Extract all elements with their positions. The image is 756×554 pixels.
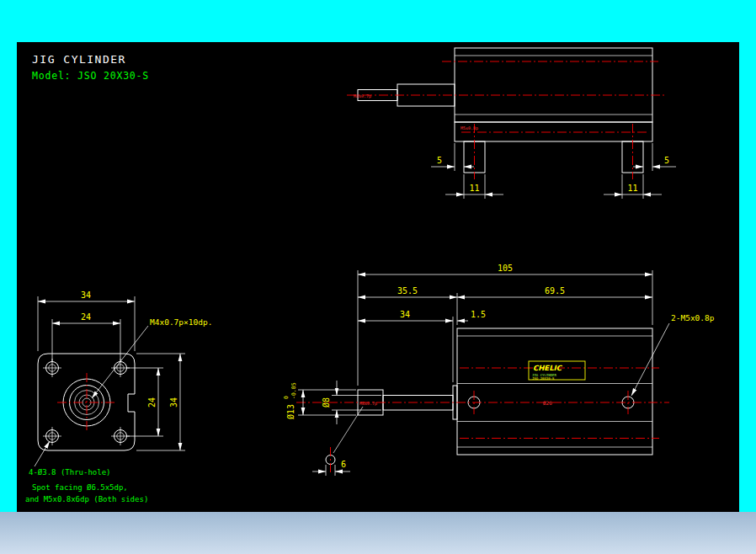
dim-rod-diameter: Ø8 bbox=[322, 397, 331, 408]
tap-callout: M4x0.7p×10dp. bbox=[150, 317, 212, 327]
dim-foot-width-right: 11 bbox=[627, 184, 637, 193]
dim-foot-offset-right: 5 bbox=[664, 156, 669, 165]
dim-front-length: 35.5 bbox=[397, 286, 418, 296]
dim-body-width: 34 bbox=[81, 290, 91, 300]
rod-thread-label-side: M8x0.7p bbox=[359, 401, 377, 407]
mount-tap-callout: 2-M5x0.8p bbox=[671, 313, 715, 322]
dim-foot-offset-left: 5 bbox=[437, 156, 442, 165]
cad-viewer-window: JIG CYLINDER Model: JSO 20X30-S M8x0.7p … bbox=[0, 0, 756, 554]
note-line-1: Spot facing Ø6.5x5dp, bbox=[32, 483, 128, 492]
svg-text:Ø13: Ø13 bbox=[286, 404, 295, 419]
tolerance-upper: 0 bbox=[283, 396, 290, 399]
dim-body-height: 34 bbox=[169, 397, 178, 408]
page-title: JIG CYLINDER bbox=[32, 53, 126, 66]
dim-foot-width-left: 11 bbox=[469, 184, 479, 193]
model-label: Model: JSO 20X30-S bbox=[32, 70, 149, 82]
bottom-panel bbox=[0, 512, 756, 554]
bore-label: Ø20 bbox=[543, 400, 552, 406]
drawing-canvas[interactable] bbox=[17, 42, 739, 512]
dim-rod-length: 34 bbox=[400, 310, 410, 319]
dim-overall-length: 105 bbox=[498, 264, 513, 273]
dim-hole-spacing-v: 24 bbox=[147, 397, 157, 408]
dim-body-length: 69.5 bbox=[545, 286, 565, 296]
flange-tap-label: M5x0.8p bbox=[461, 125, 478, 131]
dim-plate-thickness: 1.5 bbox=[471, 310, 486, 319]
note-line-2: and M5x0.8x6dp (Both sides) bbox=[25, 495, 148, 503]
nameplate-line3: JSO 20X30-S bbox=[532, 376, 555, 381]
rod-thread-label: M8x0.7p bbox=[354, 93, 371, 99]
thru-hole-callout: 4-Ø3.8 (Thru-hole) bbox=[29, 468, 111, 477]
nameplate-brand: CHELIC bbox=[533, 364, 563, 372]
dim-detail-width: 6 bbox=[341, 460, 346, 469]
tolerance-lower: -0.05 bbox=[290, 382, 297, 399]
dim-hole-spacing-h: 24 bbox=[81, 312, 91, 322]
